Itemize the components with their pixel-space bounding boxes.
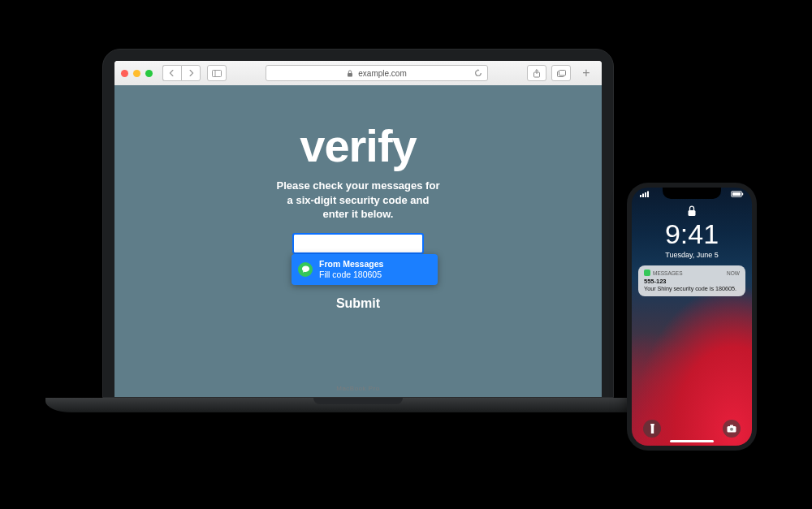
toolbar-right — [527, 65, 571, 81]
svg-rect-13 — [689, 210, 696, 216]
sidebar-button[interactable] — [207, 65, 227, 81]
svg-rect-7 — [642, 194, 644, 198]
page-title: verify — [300, 119, 416, 172]
code-input-wrap: From Messages Fill code 180605 — [294, 235, 422, 252]
lock-icon — [688, 205, 697, 217]
messages-app-icon — [298, 262, 313, 277]
reload-icon — [474, 69, 482, 77]
lockscreen-date: Tuesday, June 5 — [632, 251, 752, 259]
tabs-icon — [557, 70, 566, 77]
lock-icon — [347, 70, 353, 77]
home-indicator[interactable] — [670, 440, 714, 442]
svg-rect-11 — [732, 192, 741, 196]
iphone-lockscreen: 9:41 Tuesday, June 5 MESSAGES now 555-12… — [632, 188, 752, 446]
lockscreen-shortcuts — [632, 420, 752, 438]
svg-point-15 — [730, 428, 733, 431]
new-tab-button[interactable]: + — [577, 64, 595, 82]
lockscreen-notification[interactable]: MESSAGES now 555-123 Your Shiny security… — [638, 265, 745, 296]
tabs-button[interactable] — [551, 65, 571, 81]
macbook-model-label: MacBook Pro — [336, 385, 380, 392]
notification-body: Your Shiny security code is 180605. — [644, 285, 740, 292]
flashlight-icon — [649, 424, 656, 434]
page-subtitle: Please check your messages for a six-dig… — [277, 179, 440, 222]
url-host: example.com — [358, 69, 406, 78]
svg-rect-6 — [640, 195, 641, 197]
minimize-window-button[interactable] — [133, 70, 140, 77]
macbook-screen: example.com + — [114, 61, 602, 397]
iphone-notch — [663, 188, 721, 199]
reload-button[interactable] — [474, 69, 482, 77]
camera-button[interactable] — [723, 420, 741, 438]
security-code-input[interactable] — [294, 235, 422, 252]
svg-rect-12 — [742, 193, 743, 196]
window-traffic-lights — [121, 70, 153, 77]
safari-toolbar: example.com + — [114, 61, 602, 86]
notification-header: MESSAGES now — [644, 270, 740, 276]
svg-rect-9 — [647, 192, 649, 198]
notification-timestamp: now — [727, 270, 740, 276]
signal-icon — [640, 191, 651, 202]
camera-icon — [727, 425, 736, 433]
svg-rect-5 — [559, 70, 565, 75]
fullscreen-window-button[interactable] — [145, 70, 153, 77]
lockscreen-time-block: 9:41 Tuesday, June 5 — [632, 218, 752, 259]
iphone: 9:41 Tuesday, June 5 MESSAGES now 555-12… — [627, 183, 757, 451]
svg-rect-0 — [213, 70, 222, 76]
back-button[interactable] — [162, 65, 181, 81]
sidebar-icon — [212, 70, 222, 77]
messages-app-icon — [644, 270, 650, 276]
verify-page: verify Please check your messages for a … — [114, 85, 602, 397]
svg-rect-16 — [730, 425, 733, 427]
flashlight-button[interactable] — [643, 420, 661, 438]
notification-app-name: MESSAGES — [653, 270, 682, 276]
svg-rect-2 — [348, 73, 352, 77]
chevron-left-icon — [169, 70, 175, 76]
forward-button[interactable] — [181, 65, 201, 81]
share-button[interactable] — [527, 65, 546, 81]
macbook: example.com + — [102, 49, 614, 412]
nav-back-forward — [162, 65, 201, 81]
close-window-button[interactable] — [121, 70, 128, 77]
autofill-suggestion[interactable]: From Messages Fill code 180605 — [292, 254, 438, 285]
autofill-text: From Messages Fill code 180605 — [319, 259, 383, 280]
svg-rect-8 — [645, 192, 646, 197]
battery-icon — [731, 191, 744, 202]
macbook-base: MacBook Pro — [45, 398, 671, 412]
chevron-right-icon — [188, 70, 194, 76]
macbook-hinge-notch — [313, 398, 403, 404]
share-icon — [533, 69, 541, 78]
submit-button[interactable]: Submit — [336, 296, 380, 311]
address-bar[interactable]: example.com — [266, 65, 488, 81]
device-marketing-stage: example.com + — [0, 0, 812, 509]
macbook-lid: example.com + — [102, 49, 614, 398]
lockscreen-time: 9:41 — [632, 218, 752, 250]
notification-sender: 555-123 — [644, 278, 740, 285]
